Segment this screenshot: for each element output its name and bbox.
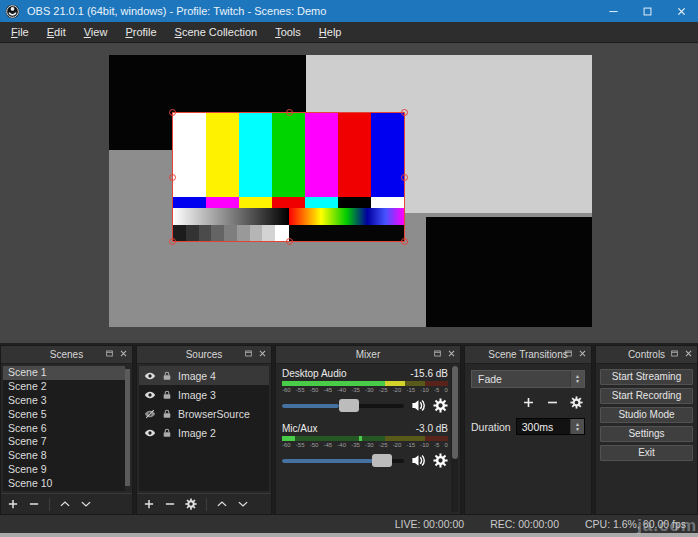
controls-panel-titlebar: Controls: [596, 346, 697, 364]
scenes-toolbar: [1, 493, 132, 514]
float-panel-icon[interactable]: [244, 349, 253, 358]
maximize-button[interactable]: [630, 0, 664, 22]
scene-list-item[interactable]: Scene 7: [3, 435, 130, 449]
source-black-rect-bottom-right[interactable]: [426, 217, 592, 327]
resize-handle-bottom-right[interactable]: [401, 238, 408, 245]
resize-handle-bottom-center[interactable]: [286, 238, 293, 245]
lock-icon[interactable]: [161, 408, 173, 420]
mixer-body: Desktop Audio -15.6 dB -60-55-50-45-40-3…: [276, 364, 460, 514]
menu-view[interactable]: View: [75, 23, 117, 41]
window-title: OBS 21.0.1 (64bit, windows) - Profile: T…: [27, 5, 326, 17]
visibility-eye-icon[interactable]: [144, 427, 156, 439]
mixer-panel-title: Mixer: [356, 349, 380, 360]
resize-handle-top-left[interactable]: [169, 109, 176, 116]
remove-transition-button[interactable]: [546, 396, 559, 409]
transition-properties-gear-button[interactable]: [570, 396, 583, 409]
scene-list-item[interactable]: Scene 6: [3, 422, 130, 436]
menu-help[interactable]: Help: [310, 23, 351, 41]
add-transition-button[interactable]: [522, 396, 535, 409]
visibility-eye-icon[interactable]: [144, 370, 156, 382]
visibility-eye-icon[interactable]: [144, 389, 156, 401]
duration-value: 300ms: [522, 421, 554, 433]
scene-list-item[interactable]: Scene 9: [3, 463, 130, 477]
live-time: LIVE: 00:00:00: [395, 518, 464, 530]
selected-source-test-pattern[interactable]: [172, 112, 405, 242]
source-list-item[interactable]: BrowserSource: [139, 404, 269, 423]
close-panel-icon[interactable]: [447, 349, 456, 358]
close-panel-icon[interactable]: [119, 349, 128, 358]
transition-select[interactable]: Fade ▲▼: [471, 370, 585, 388]
meter-scale: -60-55-50-45-40-35-30-25-20-15-10-50: [282, 442, 448, 448]
resize-handle-mid-left[interactable]: [169, 174, 176, 181]
add-source-button[interactable]: [143, 498, 155, 510]
resize-handle-bottom-left[interactable]: [169, 238, 176, 245]
obs-logo-icon: [5, 4, 20, 19]
volume-slider-handle[interactable]: [339, 399, 359, 412]
controls-panel: Controls Start Streaming Start Recording…: [595, 345, 698, 515]
scenes-scrollbar[interactable]: [125, 366, 130, 491]
lock-icon[interactable]: [161, 427, 173, 439]
channel-settings-gear-icon[interactable]: [433, 398, 448, 413]
remove-scene-button[interactable]: [28, 498, 40, 510]
remove-source-button[interactable]: [164, 498, 176, 510]
lock-icon[interactable]: [161, 389, 173, 401]
channel-settings-gear-icon[interactable]: [433, 453, 448, 468]
source-name: Image 3: [178, 389, 216, 401]
add-scene-button[interactable]: [7, 498, 19, 510]
source-list-item[interactable]: Image 4: [139, 366, 269, 385]
scene-list-item[interactable]: Scene 5: [3, 408, 130, 422]
exit-button[interactable]: Exit: [600, 445, 693, 461]
menu-tools[interactable]: Tools: [266, 23, 310, 41]
scene-list-item[interactable]: Scene 2: [3, 380, 130, 394]
close-panel-icon[interactable]: [578, 349, 587, 358]
lock-icon[interactable]: [161, 370, 173, 382]
scene-list-item[interactable]: Scene 3: [3, 394, 130, 408]
float-panel-icon[interactable]: [564, 349, 573, 358]
minimize-button[interactable]: [596, 0, 630, 22]
resize-handle-mid-right[interactable]: [401, 174, 408, 181]
volume-slider[interactable]: [282, 459, 404, 463]
float-panel-icon[interactable]: [105, 349, 114, 358]
move-source-down-button[interactable]: [237, 498, 249, 510]
scene-list-item[interactable]: Scene 8: [3, 449, 130, 463]
source-name: BrowserSource: [178, 408, 250, 420]
scene-list-item[interactable]: Scene 1: [3, 366, 130, 380]
move-scene-down-button[interactable]: [80, 498, 92, 510]
float-panel-icon[interactable]: [670, 349, 679, 358]
studio-mode-button[interactable]: Studio Mode: [600, 407, 693, 423]
source-properties-gear-button[interactable]: [185, 498, 197, 510]
menu-bar: File Edit View Profile Scene Collection …: [0, 22, 698, 43]
duration-spinbox[interactable]: 300ms ▲▼: [516, 418, 585, 435]
resize-handle-top-right[interactable]: [401, 109, 408, 116]
visibility-eye-off-icon[interactable]: [144, 408, 156, 420]
dropdown-spinner-icon[interactable]: ▲▼: [570, 371, 584, 387]
dock-area: Scenes Scene 1 Scene 2 Scene 3 Scene 5 S…: [0, 345, 698, 515]
mute-speaker-icon[interactable]: [411, 398, 426, 413]
transitions-panel-title: Scene Transitions: [488, 349, 568, 360]
mixer-scrollbar[interactable]: [451, 366, 458, 512]
menu-scene-collection[interactable]: Scene Collection: [166, 23, 267, 41]
scene-canvas[interactable]: [109, 55, 592, 327]
close-button[interactable]: [664, 0, 698, 22]
menu-profile[interactable]: Profile: [116, 23, 165, 41]
maximize-icon: [642, 6, 653, 17]
volume-slider[interactable]: [282, 404, 404, 408]
spinbox-spinner-icon[interactable]: ▲▼: [570, 419, 584, 434]
close-panel-icon[interactable]: [684, 349, 693, 358]
start-recording-button[interactable]: Start Recording: [600, 388, 693, 404]
move-scene-up-button[interactable]: [59, 498, 71, 510]
resize-handle-top-center[interactable]: [286, 109, 293, 116]
scenes-panel: Scenes Scene 1 Scene 2 Scene 3 Scene 5 S…: [0, 345, 133, 515]
mute-speaker-icon[interactable]: [411, 453, 426, 468]
menu-edit[interactable]: Edit: [38, 23, 75, 41]
close-panel-icon[interactable]: [258, 349, 267, 358]
start-streaming-button[interactable]: Start Streaming: [600, 369, 693, 385]
source-list-item[interactable]: Image 3: [139, 385, 269, 404]
volume-slider-handle[interactable]: [372, 454, 392, 467]
source-list-item[interactable]: Image 2: [139, 423, 269, 442]
settings-button[interactable]: Settings: [600, 426, 693, 442]
menu-file[interactable]: File: [2, 23, 38, 41]
scene-list-item[interactable]: Scene 10: [3, 477, 130, 491]
move-source-up-button[interactable]: [216, 498, 228, 510]
float-panel-icon[interactable]: [433, 349, 442, 358]
